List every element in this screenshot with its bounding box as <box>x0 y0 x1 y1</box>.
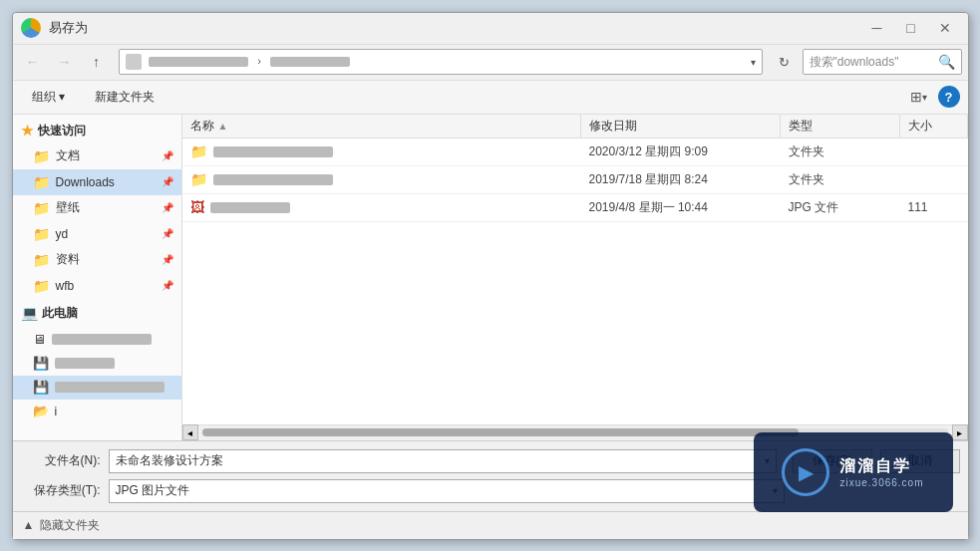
address-bar[interactable]: › ▾ <box>119 49 763 75</box>
sidebar-item-label: wfb <box>56 279 75 293</box>
this-pc-header[interactable]: 💻 此电脑 <box>13 299 181 328</box>
file-list-header: 名称 ▲ 修改日期 类型 大小 <box>182 115 968 138</box>
chevron-down-icon: ▲ <box>23 518 35 532</box>
folder-icon: 📁 <box>33 174 50 190</box>
folder-icon: 📁 <box>33 278 50 294</box>
sidebar-more[interactable]: 📂 i <box>13 400 181 423</box>
folder-icon: 📁 <box>190 171 207 187</box>
sidebar-item-wfb[interactable]: 📁 wfb 📌 <box>13 273 181 299</box>
watermark-text: 溜溜自学 zixue.3066.com <box>839 456 923 488</box>
forward-button[interactable]: → <box>51 49 79 75</box>
sidebar-drive-3[interactable]: 💾 <box>13 376 181 400</box>
folder-icon: 📁 <box>33 226 50 242</box>
drive-label-blurred <box>55 382 164 393</box>
refresh-button[interactable]: ↻ <box>771 49 799 75</box>
col-header-type[interactable]: 类型 <box>781 115 900 138</box>
drive-label-blurred <box>55 358 115 369</box>
drive-label-blurred <box>52 334 152 345</box>
organize-button[interactable]: 组织 ▾ <box>21 84 76 110</box>
pin-icon: 📌 <box>162 280 173 291</box>
filetype-label: 保存类型(T): <box>21 482 101 499</box>
drive-icon: 🖥 <box>33 332 46 347</box>
sidebar-item-label: 壁纸 <box>56 199 80 216</box>
address-dropdown-icon[interactable]: ▾ <box>751 57 756 68</box>
folder-icon: 📁 <box>33 200 50 216</box>
file-name-cell: 📁 <box>182 171 581 187</box>
sidebar-item-wallpaper[interactable]: 📁 壁纸 📌 <box>13 195 181 221</box>
col-header-name[interactable]: 名称 ▲ <box>182 115 581 138</box>
sidebar-item-downloads[interactable]: 📁 Downloads 📌 <box>13 169 181 195</box>
pc-icon: 💻 <box>21 305 38 321</box>
navigation-bar: ← → ↑ › ▾ ↻ 搜索"downloads" 🔍 <box>13 45 968 81</box>
watermark-title: 溜溜自学 <box>839 456 923 477</box>
minimize-button[interactable]: ─ <box>862 17 892 39</box>
chrome-icon <box>21 18 41 38</box>
file-date-cell: 2019/7/18 星期四 8:24 <box>581 171 781 188</box>
folder-icon: 📁 <box>190 143 207 159</box>
sidebar-item-documents[interactable]: 📁 文档 📌 <box>13 143 181 169</box>
maximize-button[interactable]: □ <box>896 17 926 39</box>
hide-folders-label: 隐藏文件夹 <box>40 517 100 534</box>
table-row[interactable]: 📁 2019/7/18 星期四 8:24 文件夹 <box>182 166 968 194</box>
watermark: ▶ 溜溜自学 zixue.3066.com <box>754 432 953 512</box>
view-toggle-button[interactable]: ⊞ ▾ <box>904 84 934 110</box>
filename-input[interactable]: 未命名装修设计方案 ▾ <box>109 449 777 473</box>
sort-arrow: ▲ <box>218 121 228 132</box>
col-header-date[interactable]: 修改日期 <box>581 115 781 138</box>
dialog-title: 易存为 <box>49 19 862 37</box>
pin-icon: 📌 <box>162 254 173 265</box>
window-controls: ─ □ ✕ <box>862 17 960 39</box>
footer: ▲ 隐藏文件夹 <box>13 511 968 539</box>
sidebar-item-label: Downloads <box>56 175 115 189</box>
file-list: 📁 2020/3/12 星期四 9:09 文件夹 📁 2019/7/18 星期四… <box>182 138 968 424</box>
back-button[interactable]: ← <box>19 49 47 75</box>
table-row[interactable]: 🖼 2019/4/8 星期一 10:44 JPG 文件 111 <box>182 194 968 222</box>
filename-label: 文件名(N): <box>21 452 101 469</box>
quick-access-header[interactable]: ★ 快速访问 <box>13 119 181 143</box>
file-type-cell: 文件夹 <box>781 171 900 188</box>
search-bar[interactable]: 搜索"downloads" 🔍 <box>803 49 962 75</box>
new-folder-button[interactable]: 新建文件夹 <box>84 84 165 110</box>
filetype-value: JPG 图片文件 <box>116 482 190 499</box>
sidebar-drive-2[interactable]: 💾 <box>13 352 181 376</box>
scroll-right-button[interactable]: ▸ <box>952 424 968 440</box>
filename-blurred <box>213 174 333 185</box>
file-name-cell: 📁 <box>182 143 581 159</box>
col-header-size[interactable]: 大小 <box>900 115 968 138</box>
close-button[interactable]: ✕ <box>930 17 960 39</box>
title-bar: 易存为 ─ □ ✕ <box>13 13 968 45</box>
sidebar-item-label: 资料 <box>56 251 80 268</box>
scroll-left-button[interactable]: ◂ <box>182 424 198 440</box>
sidebar: ★ 快速访问 📁 文档 📌 📁 Downloads 📌 📁 壁纸 📌 📁 yd <box>13 115 182 440</box>
filename-blurred <box>213 146 333 157</box>
jpg-icon: 🖼 <box>190 199 204 215</box>
sidebar-item-yd[interactable]: 📁 yd 📌 <box>13 221 181 247</box>
folder-icon: 📁 <box>33 148 50 164</box>
file-date-cell: 2020/3/12 星期四 9:09 <box>581 143 781 160</box>
sidebar-item-ziliao[interactable]: 📁 资料 📌 <box>13 247 181 273</box>
file-name-cell: 🖼 <box>182 199 581 215</box>
file-date-cell: 2019/4/8 星期一 10:44 <box>581 199 781 216</box>
play-icon: ▶ <box>799 460 814 484</box>
table-row[interactable]: 📁 2020/3/12 星期四 9:09 文件夹 <box>182 138 968 166</box>
help-button[interactable]: ? <box>938 86 960 108</box>
filename-blurred <box>210 202 290 213</box>
view-icon: ⊞ <box>910 89 922 105</box>
filename-value: 未命名装修设计方案 <box>116 452 223 469</box>
drive-icon: 📂 <box>33 404 49 418</box>
toolbar-right: ⊞ ▾ ? <box>904 84 960 110</box>
sidebar-item-label: 文档 <box>56 147 80 164</box>
pin-icon: 📌 <box>162 228 173 239</box>
pin-icon: 📌 <box>162 202 173 213</box>
view-dropdown-icon: ▾ <box>922 92 927 103</box>
drive-icon: 💾 <box>33 356 49 371</box>
up-button[interactable]: ↑ <box>83 49 111 75</box>
filetype-input[interactable]: JPG 图片文件 ▾ <box>109 479 785 503</box>
scrollbar-thumb <box>202 428 799 436</box>
star-icon: ★ <box>21 123 34 138</box>
search-text: 搜索"downloads" <box>810 54 938 71</box>
this-pc-label: 此电脑 <box>42 305 78 322</box>
quick-access-label: 快速访问 <box>38 123 86 139</box>
sidebar-drive-1[interactable]: 🖥 <box>13 328 181 352</box>
file-type-cell: JPG 文件 <box>781 199 900 216</box>
